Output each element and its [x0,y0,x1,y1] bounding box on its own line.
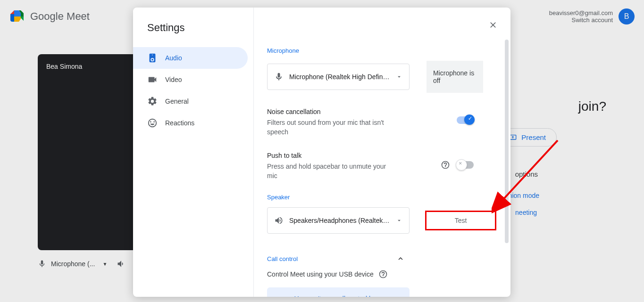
settings-content: Microphone Microphone (Realtek High Defi… [254,8,510,297]
caret-down-icon [396,73,402,80]
nav-reactions[interactable]: Reactions [133,112,248,134]
noise-cancellation-desc: Filters out sound from your mic that isn… [267,118,390,137]
nav-reactions-label: Reactions [165,119,194,127]
nav-video-label: Video [165,76,182,83]
test-speaker-button[interactable]: Test [427,212,495,229]
settings-title: Settings [139,22,248,34]
microphone-dropdown[interactable]: Microphone (Realtek High Definiti... [267,64,410,90]
push-to-talk-title: Push to talk [267,152,441,159]
call-control-desc: Control Meet using your USB device [267,270,374,278]
close-icon [488,20,498,30]
push-to-talk-toggle[interactable] [457,161,474,169]
caret-down-icon [396,217,402,224]
noise-cancellation-title: Noise cancellation [267,108,457,115]
help-icon[interactable] [378,269,388,279]
nav-audio-label: Audio [165,54,182,62]
gear-icon [147,96,158,106]
settings-sidebar: Settings Audio Video General Reactions [133,8,254,297]
call-control-banner: You can't use call control here [267,287,410,297]
volume-icon [274,216,284,225]
speaker-device: Speakers/Headphones (Realtek Hi... [289,217,390,224]
nav-video[interactable]: Video [133,69,248,90]
speaker-device-icon [147,53,158,63]
call-control-label: Call control [267,255,298,262]
microphone-device: Microphone (Realtek High Definiti... [289,73,390,81]
videocam-icon [147,74,158,85]
microphone-status: Microphone is off [427,61,483,93]
microphone-section-label: Microphone [267,47,497,54]
help-icon[interactable] [441,160,450,170]
close-button[interactable] [484,16,502,34]
speaker-dropdown[interactable]: Speakers/Headphones (Realtek Hi... [267,207,410,234]
nav-audio[interactable]: Audio [133,47,248,69]
chevron-up-icon[interactable] [396,254,405,263]
push-to-talk-desc: Press and hold spacebar to unmute your m… [267,162,390,180]
mic-icon [274,72,284,82]
nav-general-label: General [165,98,189,105]
emoji-icon [147,118,158,128]
noise-cancellation-toggle[interactable] [457,116,474,124]
settings-modal: Settings Audio Video General Reactions M… [133,8,510,297]
nav-general[interactable]: General [133,90,248,112]
scrollbar[interactable] [505,40,509,243]
speaker-section-label: Speaker [267,194,497,201]
